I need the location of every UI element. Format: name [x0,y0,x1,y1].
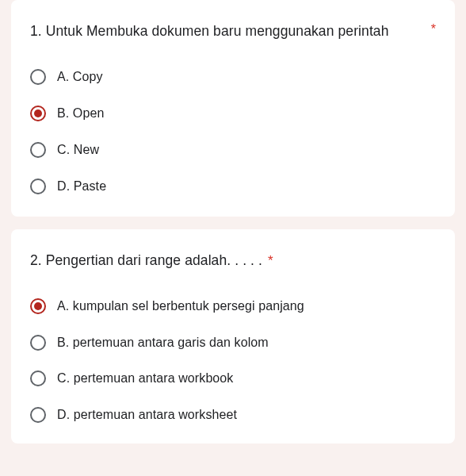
required-mark-icon: * [431,21,436,38]
option-label: B. Open [57,106,104,121]
radio-icon [30,178,46,194]
radio-icon [30,370,46,386]
option-label: D. pertemuan antara worksheet [57,408,237,422]
question-text: 2. Pengertian dari range adalah. . . . .… [30,250,436,271]
question-card-1: 1. Untuk Membuka dokumen baru menggunaka… [11,0,455,217]
option-d[interactable]: D. pertemuan antara worksheet [30,407,436,423]
radio-icon [30,69,46,85]
option-c[interactable]: C. pertemuan antara workbook [30,370,436,386]
option-a[interactable]: A. kumpulan sel berbentuk persegi panjan… [30,298,436,314]
option-b[interactable]: B. pertemuan antara garis dan kolom [30,335,436,351]
option-d[interactable]: D. Paste [30,178,436,194]
question-text: 1. Untuk Membuka dokumen baru menggunaka… [30,21,420,42]
radio-icon [30,142,46,158]
option-label: A. kumpulan sel berbentuk persegi panjan… [57,299,304,313]
radio-icon [30,407,46,423]
option-a[interactable]: A. Copy [30,69,436,85]
radio-icon [30,106,46,121]
radio-inner-icon [34,302,42,310]
option-label: C. pertemuan antara workbook [57,371,233,386]
required-mark-icon: * [268,253,273,268]
question-header: 1. Untuk Membuka dokumen baru menggunaka… [30,21,436,42]
question-body: Untuk Membuka dokumen baru menggunakan p… [46,23,389,39]
question-card-2: 2. Pengertian dari range adalah. . . . .… [11,229,455,443]
question-header: 2. Pengertian dari range adalah. . . . .… [30,250,436,271]
radio-icon [30,335,46,351]
question-body: Pengertian dari range adalah. . . . . [42,252,262,268]
option-c[interactable]: C. New [30,142,436,158]
option-label: A. Copy [57,70,103,84]
question-number: 2. [30,252,42,268]
options-list: A. Copy B. Open C. New D. Paste [30,69,436,201]
option-label: B. pertemuan antara garis dan kolom [57,336,269,350]
radio-inner-icon [34,109,42,117]
question-number: 1. [30,23,42,39]
option-b[interactable]: B. Open [30,106,436,121]
options-list: A. kumpulan sel berbentuk persegi panjan… [30,298,436,429]
option-label: C. New [57,143,99,157]
option-label: D. Paste [57,179,106,194]
radio-icon [30,298,46,314]
